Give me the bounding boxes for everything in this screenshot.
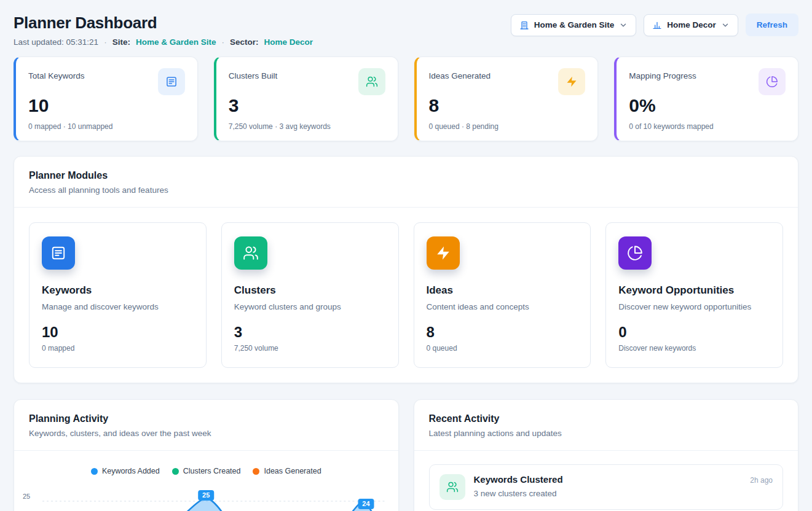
divider <box>414 450 798 451</box>
pie-chart-icon <box>759 68 786 95</box>
panel-subtitle: Latest planning actions and updates <box>429 429 784 438</box>
legend-dot <box>253 468 259 475</box>
module-title: Keyword Opportunities <box>618 284 770 297</box>
module-title: Ideas <box>427 284 578 297</box>
stat-value: 0% <box>629 95 786 115</box>
legend-label: Ideas Generated <box>264 467 321 475</box>
planning-activity-chart-area: 25 25 24 <box>14 480 398 511</box>
planner-modules-panel: Planner Modules Access all planning tool… <box>14 156 798 383</box>
document-icon <box>158 68 185 95</box>
refresh-button[interactable]: Refresh <box>746 14 798 36</box>
module-subtext: Discover new keywords <box>618 344 770 353</box>
module-card-ideas[interactable]: Ideas Content ideas and concepts 8 0 que… <box>414 222 591 368</box>
module-description: Manage and discover keywords <box>42 302 194 311</box>
stat-card-ideas-generated: Ideas Generated 8 0 queued · 8 pending <box>414 57 599 141</box>
planning-activity-chart: 25 24 <box>42 486 387 511</box>
activity-title: Keywords Clustered <box>474 474 563 485</box>
data-point-label: 25 <box>198 490 214 501</box>
panel-title: Planner Modules <box>29 170 783 181</box>
bar-chart-icon <box>652 20 662 30</box>
chart-legend: Keywords Added Clusters Created Ideas Ge… <box>14 451 398 480</box>
stat-subtext: 0 of 10 keywords mapped <box>629 122 786 131</box>
stat-card-clusters-built: Clusters Built 3 7,250 volume · 3 avg ke… <box>214 57 398 141</box>
pie-chart-icon <box>618 236 652 270</box>
module-description: Keyword clusters and groups <box>234 302 386 311</box>
document-icon <box>42 236 75 270</box>
module-card-clusters[interactable]: Clusters Keyword clusters and groups 3 7… <box>221 222 399 368</box>
planning-activity-panel: Planning Activity Keywords, clusters, an… <box>14 399 399 511</box>
planner-dashboard-page: Planner Dashboard Last updated: 05:31:21… <box>0 0 812 511</box>
sector-link[interactable]: Home Decor <box>264 37 313 47</box>
sector-selector-value: Home Decor <box>667 20 716 29</box>
module-card-keyword-opportunities[interactable]: Keyword Opportunities Discover new keywo… <box>605 222 783 368</box>
site-label: Site: <box>112 37 130 47</box>
panel-title: Recent Activity <box>429 413 784 424</box>
users-icon <box>234 236 267 270</box>
recent-activity-panel: Recent Activity Latest planning actions … <box>414 399 799 511</box>
page-header: Planner Dashboard Last updated: 05:31:21… <box>14 14 798 47</box>
site-selector-dropdown[interactable]: Home & Garden Site <box>511 14 637 36</box>
page-title: Planner Dashboard <box>14 14 313 33</box>
stat-value: 3 <box>229 95 385 115</box>
module-subtext: 7,250 volume <box>234 344 386 353</box>
panel-header: Planning Activity Keywords, clusters, an… <box>14 400 398 450</box>
module-title: Keywords <box>42 284 194 297</box>
header-controls: Home & Garden Site Home Decor Refresh <box>511 14 798 36</box>
site-selector-value: Home & Garden Site <box>534 20 615 29</box>
panel-subtitle: Keywords, clusters, and ideas over the p… <box>29 429 384 438</box>
activity-description: 3 new clusters created <box>474 489 773 498</box>
legend-dot <box>172 468 179 475</box>
legend-item-keywords-added[interactable]: Keywords Added <box>91 467 160 475</box>
module-value: 3 <box>234 324 386 341</box>
stat-card-top: Ideas Generated <box>429 68 586 95</box>
modules-grid: Keywords Manage and discover keywords 10… <box>14 208 798 383</box>
stat-label: Ideas Generated <box>429 68 491 80</box>
stat-value: 8 <box>429 95 586 115</box>
module-title: Clusters <box>234 284 386 297</box>
stat-subtext: 7,250 volume · 3 avg keywords <box>229 122 385 131</box>
module-value: 8 <box>427 324 578 341</box>
legend-item-ideas-generated[interactable]: Ideas Generated <box>253 467 321 475</box>
legend-item-clusters-created[interactable]: Clusters Created <box>172 467 241 475</box>
y-axis-tick-label: 25 <box>23 493 30 500</box>
module-subtext: 0 queued <box>427 344 578 353</box>
stats-row: Total Keywords 10 0 mapped · 10 unmapped… <box>14 57 798 141</box>
activity-top: Keywords Clustered 2h ago <box>474 474 773 485</box>
module-card-keywords[interactable]: Keywords Manage and discover keywords 10… <box>29 222 207 368</box>
stat-card-mapping-progress: Mapping Progress 0% 0 of 10 keywords map… <box>614 57 798 141</box>
sector-label: Sector: <box>230 37 259 47</box>
activity-timestamp: 2h ago <box>750 476 773 485</box>
stat-label: Clusters Built <box>229 68 278 80</box>
module-subtext: 0 mapped <box>42 344 194 353</box>
stat-value: 10 <box>28 95 185 115</box>
separator-dot: · <box>221 37 224 47</box>
stat-card-top: Mapping Progress <box>629 68 786 95</box>
building-icon <box>519 20 529 30</box>
last-updated-text: Last updated: 05:31:21 <box>14 37 98 47</box>
stat-label: Total Keywords <box>28 68 85 80</box>
legend-label: Keywords Added <box>102 467 160 475</box>
keywords-added-area <box>42 498 387 511</box>
sector-selector-dropdown[interactable]: Home Decor <box>644 14 738 36</box>
stat-card-total-keywords: Total Keywords 10 0 mapped · 10 unmapped <box>14 57 198 141</box>
panel-header: Planner Modules Access all planning tool… <box>14 157 798 207</box>
panel-subtitle: Access all planning tools and features <box>29 185 783 195</box>
panel-header: Recent Activity Latest planning actions … <box>414 400 798 450</box>
stat-card-top: Clusters Built <box>229 68 385 95</box>
svg-text:24: 24 <box>362 501 370 508</box>
svg-text:25: 25 <box>202 492 210 499</box>
legend-label: Clusters Created <box>183 467 241 475</box>
module-value: 0 <box>618 324 770 341</box>
users-icon <box>440 474 465 500</box>
bolt-icon <box>558 68 585 95</box>
stat-card-top: Total Keywords <box>28 68 185 95</box>
stat-label: Mapping Progress <box>629 68 696 80</box>
chevron-down-icon <box>619 21 628 29</box>
bottom-row: Planning Activity Keywords, clusters, an… <box>14 399 798 511</box>
legend-dot <box>91 468 98 475</box>
data-point-label: 24 <box>358 499 374 509</box>
site-link[interactable]: Home & Garden Site <box>136 37 216 47</box>
separator-dot: · <box>104 37 107 47</box>
bolt-icon <box>427 236 460 270</box>
users-icon <box>358 68 385 95</box>
